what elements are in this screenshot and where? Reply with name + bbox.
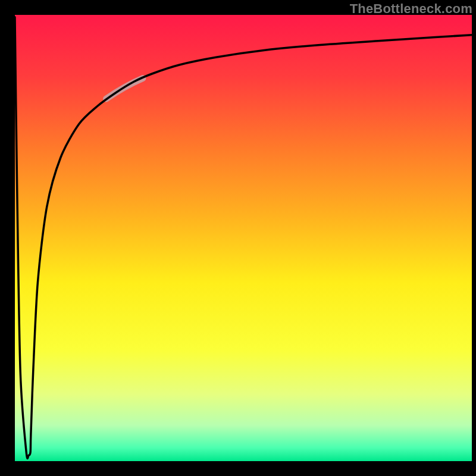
chart-svg	[0, 0, 476, 476]
chart-container: TheBottleneck.com	[0, 0, 476, 476]
chart-gradient-background	[15, 15, 472, 461]
